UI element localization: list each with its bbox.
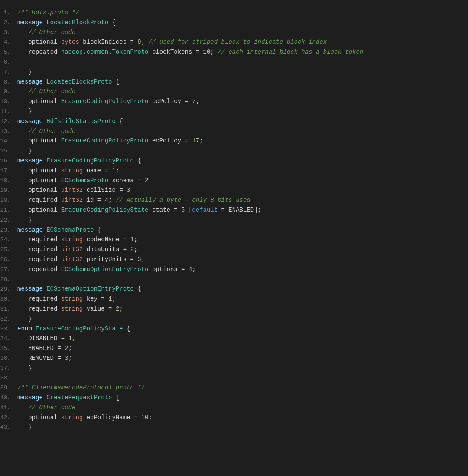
code-line: 14. optional ErasureCodingPolicyProto ec… — [0, 136, 468, 146]
code-line: 20. required uint32 id = 4; // Actually … — [0, 195, 468, 205]
code-line: 6. — [0, 57, 468, 67]
line-number: 42. — [0, 414, 17, 423]
line-number: 4. — [0, 38, 17, 47]
line-number: 19. — [0, 186, 17, 195]
line-content: // Other code — [17, 28, 461, 37]
code-line: 39./** ClientNamenodeProtocol.proto */ — [0, 383, 468, 393]
line-content: optional string name = 1; — [17, 166, 461, 175]
code-line: 42. optional string ecPolicyName = 10; — [0, 413, 468, 423]
code-line: 16.message ErasureCodingPolicyProto { — [0, 156, 468, 166]
line-content: } — [17, 107, 461, 116]
line-content: REMOVED = 3; — [17, 353, 461, 363]
line-content: optional ErasureCodingPolicyState state … — [17, 205, 461, 215]
line-content: message LocatedBlocksProto { — [17, 77, 461, 87]
line-content: /** hdfs.proto */ — [17, 8, 461, 17]
line-number: 22. — [0, 216, 17, 225]
line-content: required string key = 1; — [17, 294, 461, 304]
code-line: 35. ENABLED = 2; — [0, 343, 468, 353]
line-content: optional string ecPolicyName = 10; — [17, 413, 461, 422]
line-content: required string codecName = 1; — [17, 235, 461, 244]
line-number: 11. — [0, 107, 17, 117]
line-content: repeated ECSchemaOptionEntryProto option… — [17, 265, 461, 274]
code-line: 43. } — [0, 422, 468, 432]
line-content: // Other code — [17, 126, 461, 136]
code-line: 18. optional ECSchemaProto schema = 2 — [0, 176, 468, 186]
line-number: 27. — [0, 266, 17, 275]
line-content: ENABLED = 2; — [17, 343, 461, 353]
code-line: 28. — [0, 275, 468, 285]
line-number: 34. — [0, 334, 17, 343]
line-content: // Other code — [17, 403, 461, 412]
line-content: message CreateRequestProto { — [17, 393, 461, 402]
code-line: 26. required uint32 parityUnits = 3; — [0, 255, 468, 265]
code-line: 13. // Other code — [0, 126, 468, 136]
line-number: 13. — [0, 127, 17, 136]
line-content: optional ErasureCodingPolicyProto ecPoli… — [17, 136, 461, 146]
line-number: 28. — [0, 275, 17, 285]
code-line: 32. } — [0, 314, 468, 324]
line-content — [17, 275, 461, 284]
line-content: optional bytes blockIndices = 9; // used… — [17, 37, 461, 47]
line-number: 5. — [0, 48, 17, 57]
line-content: message HdfsFileStatusProto { — [17, 117, 461, 126]
line-content: message ECSchemaProto { — [17, 225, 461, 235]
code-line: 21. optional ErasureCodingPolicyState st… — [0, 205, 468, 215]
line-number: 24. — [0, 236, 17, 245]
line-content: /** ClientNamenodeProtocol.proto */ — [17, 383, 461, 392]
line-content: required uint32 parityUnits = 3; — [17, 255, 461, 264]
code-line: 7. } — [0, 67, 468, 77]
line-content: required uint32 id = 4; // Actually a by… — [17, 195, 461, 205]
code-line: 29.message ECSchemaOptionEntryProto { — [0, 284, 468, 294]
code-line: 27. repeated ECSchemaOptionEntryProto op… — [0, 265, 468, 275]
code-line: 37. } — [0, 363, 468, 373]
line-number: 32. — [0, 315, 17, 324]
code-line: 36. REMOVED = 3; — [0, 353, 468, 363]
line-number: 37. — [0, 364, 17, 373]
line-number: 18. — [0, 177, 17, 186]
line-number: 21. — [0, 206, 17, 215]
line-content: repeated hadoop.common.TokenProto blockT… — [17, 47, 461, 57]
line-content: DISABLED = 1; — [17, 334, 461, 343]
line-number: 39. — [0, 384, 17, 393]
line-number: 12. — [0, 117, 17, 126]
code-line: 34. DISABLED = 1; — [0, 334, 468, 343]
line-number: 3. — [0, 29, 17, 38]
code-line: 1./** hdfs.proto */ — [0, 8, 468, 18]
line-number: 6. — [0, 58, 17, 67]
code-line: 25. required uint32 dataUnits = 2; — [0, 245, 468, 255]
code-line: 33.enum ErasureCodingPolicyState { — [0, 324, 468, 334]
line-content — [17, 57, 461, 67]
line-number: 30. — [0, 295, 17, 304]
line-content: optional uint32 cellSize = 3 — [17, 185, 461, 195]
line-content: } — [17, 67, 461, 77]
code-line: 10. optional ErasureCodingPolicyProto ec… — [0, 97, 468, 107]
line-content: required uint32 dataUnits = 2; — [17, 245, 461, 254]
line-number: 1. — [0, 9, 17, 18]
code-line: 4. optional bytes blockIndices = 9; // u… — [0, 37, 468, 47]
code-line: 11. } — [0, 107, 468, 117]
line-content: message ErasureCodingPolicyProto { — [17, 156, 461, 165]
line-number: 29. — [0, 285, 17, 294]
line-number: 2. — [0, 19, 17, 28]
line-number: 16. — [0, 157, 17, 166]
line-number: 23. — [0, 226, 17, 235]
line-content: } — [17, 314, 461, 324]
code-line: 5. repeated hadoop.common.TokenProto blo… — [0, 47, 468, 57]
code-line: 22. } — [0, 215, 468, 225]
line-content: message LocatedBlockProto { — [17, 18, 461, 27]
code-line: 15. } — [0, 146, 468, 156]
line-number: 10. — [0, 97, 17, 107]
line-number: 14. — [0, 137, 17, 146]
code-line: 2.message LocatedBlockProto { — [0, 18, 468, 28]
line-content: } — [17, 146, 461, 155]
code-line: 38. — [0, 373, 468, 383]
code-line: 23.message ECSchemaProto { — [0, 225, 468, 235]
code-line: 24. required string codecName = 1; — [0, 235, 468, 245]
code-line: 30. required string key = 1; — [0, 294, 468, 304]
line-number: 15. — [0, 147, 17, 156]
line-content: message ECSchemaOptionEntryProto { — [17, 284, 461, 294]
line-number: 9. — [0, 87, 17, 97]
line-number: 25. — [0, 246, 17, 255]
line-number: 36. — [0, 354, 17, 363]
line-number: 41. — [0, 404, 17, 413]
